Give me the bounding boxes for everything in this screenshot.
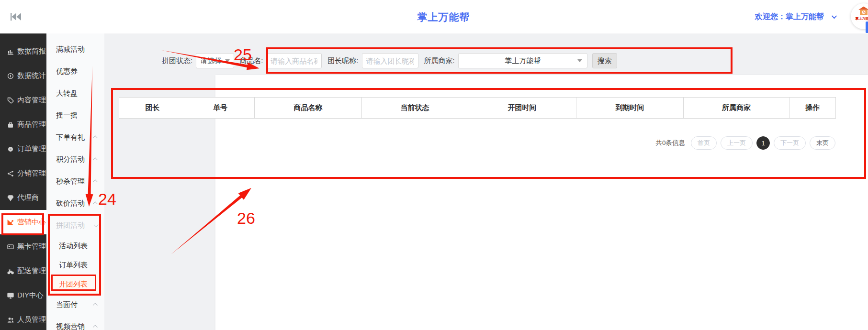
submenu-item-full-reduction[interactable]: 满减活动 [46,38,104,60]
submenu-item-video-marketing[interactable]: 视频营销 [46,316,104,330]
submenu-item-label: 秒杀管理 [56,177,85,186]
column-header-order-no: 单号 [186,98,255,119]
chevron-up-icon [93,135,98,140]
group-status-select[interactable]: 请选择 [196,53,234,68]
sidebar-collapse-icon[interactable] [10,12,22,22]
sidebar-item-label: 商品管理 [17,120,46,129]
pagination: 共0条信息 首页 上一页 1 下一页 末页 [111,136,835,150]
marketing-submenu: 满减活动 优惠券 大转盘 摇一摇 下单有礼 积分活动 秒杀管理 砍价活动 拼团活… [46,33,104,330]
submenu-item-shake[interactable]: 摇一摇 [46,104,104,126]
sidebar-item-label: DIY中心 [17,291,44,300]
product-name-label: 商品名: [239,56,263,66]
sidebar-item-label: 配送管理 [17,266,46,275]
avatar-brand-text: 掌上万能帮 [856,17,868,21]
leader-nickname-input[interactable] [362,53,418,68]
submenu-item-label: 下单有礼 [56,133,85,142]
merchant-label: 所属商家: [424,56,455,66]
submenu-item-label: 摇一摇 [56,111,78,120]
content-area [104,33,868,330]
submenu-item-label: 大转盘 [56,89,78,98]
submenu-item-points[interactable]: 积分活动 [46,148,104,170]
chevron-up-icon [93,325,98,330]
next-page-button[interactable]: 下一页 [774,136,806,150]
submenu-item-label: 积分活动 [56,155,85,164]
sidebar-item-data-report[interactable]: 数据简报 [0,39,46,64]
sidebar-item-data-stats[interactable]: 数据统计 [0,64,46,88]
main-sidebar: 数据简报 数据统计 内容管理 商品管理 订单管理 分销管理 代理商 营销中心 黑… [0,33,46,330]
diamond-icon [7,194,14,201]
submenu-item-label: 视频营销 [56,322,85,330]
submenu-item-label: 优惠券 [56,67,78,76]
sidebar-item-label: 营销中心 [17,218,46,227]
submenu-item-seckill[interactable]: 秒杀管理 [46,170,104,192]
user-menu[interactable]: 欢迎您：掌上万能帮 [755,0,835,33]
column-header-leader: 团长 [119,98,186,119]
caret-down-icon [577,59,582,62]
chevron-up-icon [93,179,98,184]
submenu-item-label: 订单列表 [59,261,88,270]
top-bar: 掌上万能帮 欢迎您：掌上万能帮 掌上万能帮 ··········· [0,0,868,33]
table-header-row: 团长 单号 商品名称 当前状态 开团时间 到期时间 所属商家 操作 [119,98,836,119]
submenu-item-label: 活动列表 [59,242,88,251]
current-page-button[interactable]: 1 [756,136,770,150]
sidebar-item-label: 代理商 [17,193,39,202]
submenu-item-label: 当面付 [56,300,78,309]
bar-chart-icon [7,48,14,55]
merchant-select[interactable]: 掌上万能帮 [458,53,587,68]
motorcycle-icon [7,267,14,275]
sidebar-item-diy[interactable]: DIY中心 [0,283,46,308]
column-header-product-name: 商品名称 [255,98,362,119]
leader-nickname-label: 团长昵称: [327,56,358,66]
users-icon [7,316,14,323]
submenu-item-label: 开团列表 [59,280,88,289]
chevron-down-icon [94,222,99,227]
welcome-text: 欢迎您：掌上万能帮 [755,12,824,22]
submenu-item-group-buy[interactable]: 拼团活动 [46,214,104,236]
submenu-item-label: 拼团活动 [56,221,85,230]
prev-page-button[interactable]: 上一页 [721,136,753,150]
submenu-item-coupon[interactable]: 优惠券 [46,60,104,82]
submenu-item-order-list[interactable]: 订单列表 [46,255,104,275]
submenu-item-bargain[interactable]: 砍价活动 [46,192,104,214]
order-circle-icon [7,145,14,153]
sidebar-item-label: 数据简报 [17,47,46,56]
chevron-up-icon [93,157,98,162]
last-page-button[interactable]: 末页 [810,136,835,150]
search-button[interactable]: 搜索 [592,53,617,68]
group-status-select-value: 请选择 [200,56,222,66]
page-title: 掌上万能帮 [417,11,470,24]
stats-circle-icon [7,72,14,79]
sidebar-item-staff[interactable]: 人员管理 [0,308,46,330]
submenu-item-wheel[interactable]: 大转盘 [46,82,104,104]
submenu-item-face-pay[interactable]: 当面付 [46,294,104,316]
sidebar-item-agent[interactable]: 代理商 [0,186,46,210]
sidebar-item-content[interactable]: 内容管理 [0,88,46,112]
sidebar-item-delivery[interactable]: 配送管理 [0,259,46,283]
sidebar-item-goods[interactable]: 商品管理 [0,112,46,137]
monitor-icon [7,292,14,299]
sidebar-item-label: 内容管理 [17,96,46,105]
merchant-select-value: 掌上万能帮 [505,56,541,66]
product-name-input[interactable] [266,53,322,68]
submenu-item-open-group-list[interactable]: 开团列表 [46,275,104,294]
filter-bar: 拼团状态: 请选择 商品名: 团长昵称: 所属商家: 掌上万能帮 搜索 [162,53,617,68]
submenu-item-activity-list[interactable]: 活动列表 [46,236,104,255]
submenu-item-label: 砍价活动 [56,199,85,208]
sidebar-item-label: 订单管理 [17,144,46,154]
total-count-text: 共0条信息 [655,139,685,147]
column-header-status: 当前状态 [362,98,468,119]
group-status-label: 拼团状态: [162,56,192,66]
sidebar-item-blackcard[interactable]: 黑卡管理 [0,234,46,259]
submenu-item-label: 满减活动 [56,45,85,54]
chevron-down-icon [832,13,837,19]
bag-icon [7,121,14,128]
first-page-button[interactable]: 首页 [691,136,717,150]
chevron-up-icon [93,201,98,206]
column-header-actions: 操作 [789,98,836,119]
house-logo-icon [858,6,868,17]
submenu-item-order-gift[interactable]: 下单有礼 [46,126,104,148]
sidebar-item-distribution[interactable]: 分销管理 [0,161,46,186]
sidebar-item-marketing[interactable]: 营销中心 [0,210,46,234]
sidebar-item-label: 数据统计 [17,71,46,80]
sidebar-item-orders[interactable]: 订单管理 [0,137,46,161]
